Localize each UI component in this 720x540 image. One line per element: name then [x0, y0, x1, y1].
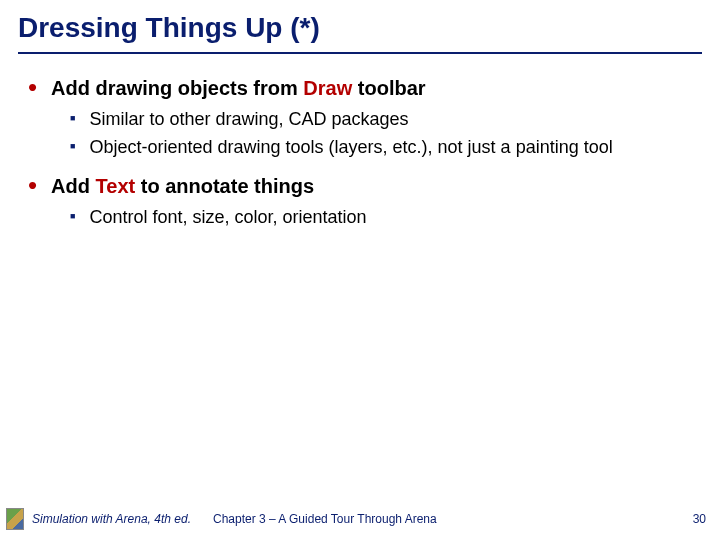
- bullet-level1: • Add drawing objects from Draw toolbar: [28, 76, 702, 101]
- bullet-text-pre: Add: [51, 175, 95, 197]
- bullet-level2: ■ Similar to other drawing, CAD packages: [70, 107, 702, 131]
- sub-bullet-text: Similar to other drawing, CAD packages: [89, 107, 408, 131]
- sub-bullet-text: Control font, size, color, orientation: [89, 205, 366, 229]
- bullet-level2: ■ Object-oriented drawing tools (layers,…: [70, 135, 702, 159]
- footer-chapter: Chapter 3 – A Guided Tour Through Arena: [213, 512, 693, 526]
- title-rule: [18, 52, 702, 54]
- bullet-dot-icon: •: [28, 174, 37, 196]
- bullet-square-icon: ■: [70, 135, 75, 157]
- footer-book-title: Simulation with Arena, 4th ed.: [32, 512, 191, 526]
- footer-page-number: 30: [693, 512, 706, 526]
- bullet-level1: • Add Text to annotate things: [28, 174, 702, 199]
- bullet-text-accent: Text: [96, 175, 136, 197]
- bullet-dot-icon: •: [28, 76, 37, 98]
- book-logo-icon: [6, 508, 24, 530]
- bullet-text-post: to annotate things: [135, 175, 314, 197]
- bullet-square-icon: ■: [70, 107, 75, 129]
- bullet-text-pre: Add drawing objects from: [51, 77, 303, 99]
- slide-title: Dressing Things Up (*): [18, 12, 702, 44]
- bullet-text: Add Text to annotate things: [51, 174, 314, 199]
- bullet-text: Add drawing objects from Draw toolbar: [51, 76, 426, 101]
- footer: Simulation with Arena, 4th ed. Chapter 3…: [0, 508, 720, 530]
- slide-body: Dressing Things Up (*) • Add drawing obj…: [0, 0, 720, 229]
- bullet-level2: ■ Control font, size, color, orientation: [70, 205, 702, 229]
- bullet-text-accent: Draw: [303, 77, 352, 99]
- bullet-text-post: toolbar: [352, 77, 425, 99]
- bullet-square-icon: ■: [70, 205, 75, 227]
- sub-bullet-text: Object-oriented drawing tools (layers, e…: [89, 135, 612, 159]
